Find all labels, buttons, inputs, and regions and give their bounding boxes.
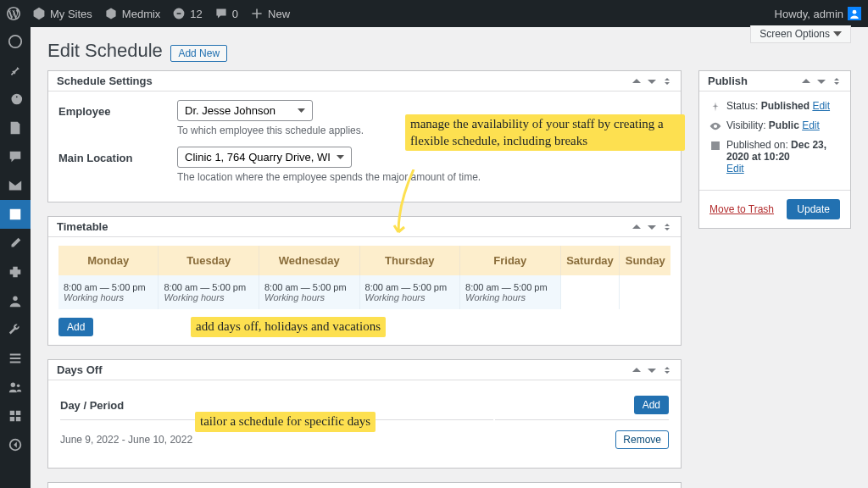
days-off-remove-button[interactable]: Remove bbox=[615, 430, 669, 449]
day-header: Thursday bbox=[359, 246, 460, 275]
chevron-up-down-icon[interactable] bbox=[662, 222, 672, 232]
timetable-add-button[interactable]: Add bbox=[58, 318, 93, 336]
my-sites-link[interactable]: My Sites bbox=[32, 7, 92, 20]
wordpress-logo-icon[interactable] bbox=[7, 7, 20, 20]
day-cell[interactable] bbox=[560, 275, 620, 309]
rail-wrench-icon[interactable] bbox=[0, 315, 31, 344]
eye-icon bbox=[709, 120, 721, 132]
rail-collapse-icon[interactable] bbox=[0, 430, 31, 459]
updates-link[interactable]: 12 bbox=[172, 7, 202, 20]
timetable-table: Monday Tuesday Wednesday Thursday Friday… bbox=[58, 246, 670, 309]
admin-bar: My Sites Medmix 12 0 New Howdy, admin bbox=[0, 0, 868, 27]
rail-comments-icon[interactable] bbox=[0, 142, 31, 171]
rail-user-icon[interactable] bbox=[0, 286, 31, 315]
rail-bars-icon[interactable] bbox=[0, 344, 31, 373]
employee-select[interactable]: Dr. Jesse Johnson bbox=[177, 100, 313, 121]
chevron-up-icon[interactable] bbox=[632, 365, 642, 375]
chevron-up-icon[interactable] bbox=[632, 76, 642, 86]
day-cell[interactable] bbox=[620, 275, 670, 309]
employee-label: Employee bbox=[58, 100, 177, 118]
day-header: Wednesday bbox=[259, 246, 360, 275]
chevron-down-icon[interactable] bbox=[816, 76, 826, 86]
add-new-button[interactable]: Add New bbox=[170, 45, 227, 62]
days-off-row: June 9, 2022 - June 10, 2022 bbox=[60, 422, 493, 458]
svg-point-2 bbox=[13, 297, 17, 301]
days-off-col-period: Day / Period bbox=[60, 391, 493, 420]
day-cell[interactable]: 8:00 am — 5:00 pmWorking hours bbox=[259, 275, 360, 309]
chevron-up-down-icon[interactable] bbox=[662, 365, 672, 375]
timetable-heading: Timetable bbox=[57, 220, 108, 233]
days-off-box: Days Off Day / Period Add Jun bbox=[47, 359, 682, 469]
days-off-add-button[interactable]: Add bbox=[634, 396, 669, 414]
comments-link[interactable]: 0 bbox=[214, 7, 238, 20]
move-to-trash-link[interactable]: Move to Trash bbox=[709, 203, 774, 215]
screen-options-button[interactable]: Screen Options bbox=[750, 25, 851, 43]
rail-plugin-icon[interactable] bbox=[0, 258, 31, 286]
rail-users-icon[interactable] bbox=[0, 373, 31, 402]
chevron-down-icon[interactable] bbox=[647, 365, 657, 375]
status-text: Status: Published Edit bbox=[726, 100, 830, 112]
day-cell[interactable]: 8:00 am — 5:00 pmWorking hours bbox=[159, 275, 259, 309]
day-header: Sunday bbox=[620, 246, 670, 275]
page-title: Edit Schedule bbox=[47, 40, 163, 62]
edit-status-link[interactable]: Edit bbox=[812, 100, 830, 112]
location-hint: The location where the employee spends t… bbox=[177, 171, 670, 183]
day-header: Friday bbox=[460, 246, 561, 275]
svg-point-0 bbox=[853, 10, 857, 14]
day-header: Saturday bbox=[560, 246, 620, 275]
new-link[interactable]: New bbox=[250, 7, 290, 20]
rail-pen-icon[interactable] bbox=[0, 229, 31, 258]
day-cell[interactable]: 8:00 am — 5:00 pmWorking hours bbox=[359, 275, 460, 309]
schedule-settings-heading: Schedule Settings bbox=[57, 75, 153, 87]
day-header: Tuesday bbox=[159, 246, 259, 275]
edit-date-link[interactable]: Edit bbox=[726, 163, 744, 175]
chevron-up-icon[interactable] bbox=[632, 222, 642, 232]
timetable-box: Timetable Monday Tuesday Wednesday Thurs… bbox=[47, 216, 682, 346]
rail-grid-icon[interactable] bbox=[0, 402, 31, 430]
edit-visibility-link[interactable]: Edit bbox=[802, 119, 820, 131]
howdy-link[interactable]: Howdy, admin bbox=[775, 7, 861, 20]
day-cell[interactable]: 8:00 am — 5:00 pmWorking hours bbox=[460, 275, 561, 309]
day-header: Monday bbox=[58, 246, 159, 275]
svg-point-4 bbox=[17, 384, 20, 387]
visibility-text: Visibility: Public Edit bbox=[726, 119, 820, 131]
rail-dashboard-icon[interactable] bbox=[0, 27, 31, 56]
update-button[interactable]: Update bbox=[787, 199, 840, 219]
location-select[interactable]: Clinic 1, 764 Quarry Drive, WI bbox=[177, 147, 352, 168]
calendar-icon bbox=[709, 140, 721, 152]
admin-sidebar bbox=[0, 27, 31, 488]
custom-working-days-box: Custom Working Days Day / Period Working… bbox=[47, 482, 682, 488]
location-label: Main Location bbox=[58, 147, 177, 164]
chevron-up-down-icon[interactable] bbox=[832, 76, 842, 86]
chevron-up-icon[interactable] bbox=[801, 76, 811, 86]
rail-page-icon[interactable] bbox=[0, 114, 31, 142]
rail-media-icon[interactable] bbox=[0, 85, 31, 114]
svg-point-3 bbox=[11, 383, 15, 387]
publish-date-text: Published on: Dec 23, 2020 at 10:20Edit bbox=[726, 139, 840, 175]
day-cell[interactable]: 8:00 am — 5:00 pmWorking hours bbox=[58, 275, 159, 309]
schedule-settings-box: Schedule Settings Employee Dr. Jesse Joh… bbox=[47, 70, 682, 202]
site-link[interactable]: Medmix bbox=[104, 7, 161, 20]
pin-icon bbox=[709, 101, 721, 113]
rail-pin-icon[interactable] bbox=[0, 56, 31, 85]
chevron-up-down-icon[interactable] bbox=[662, 76, 672, 86]
days-off-heading: Days Off bbox=[57, 363, 102, 376]
rail-calendar-icon[interactable] bbox=[0, 200, 31, 229]
publish-box: Publish Status: Published Edit Visibil bbox=[698, 70, 851, 229]
chevron-down-icon[interactable] bbox=[647, 222, 657, 232]
publish-heading: Publish bbox=[708, 75, 748, 87]
chevron-down-icon[interactable] bbox=[647, 76, 657, 86]
employee-hint: To which employee this schedule applies. bbox=[177, 125, 670, 136]
rail-mail-icon[interactable] bbox=[0, 171, 31, 200]
avatar bbox=[848, 7, 861, 20]
